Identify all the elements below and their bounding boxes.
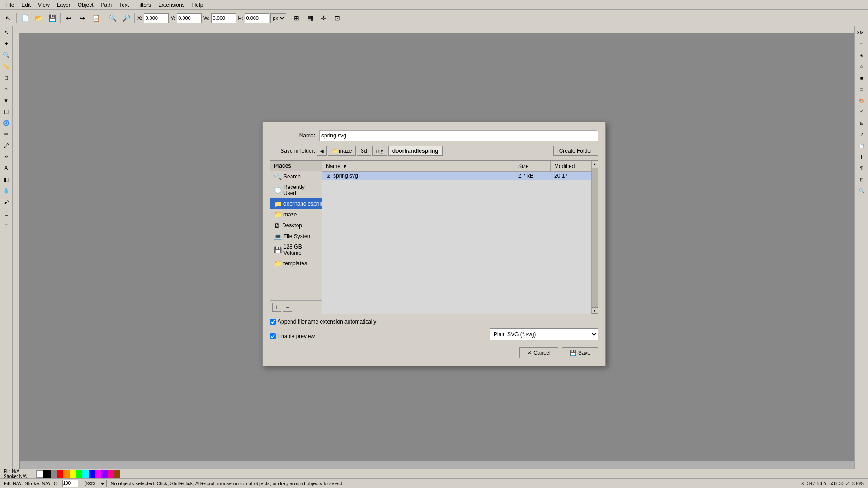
search-icon: 🔍 (274, 173, 282, 180)
breadcrumb-nav: ◀ 📁 maze 3d my doorhandlespring (317, 146, 443, 156)
places-add-button[interactable]: + (272, 303, 281, 312)
places-label-7: templates (283, 260, 307, 267)
breadcrumb-row: Save in folder: ◀ 📁 maze 3d my doorhandl… (270, 146, 598, 156)
places-item-4[interactable]: 🖥 Desktop (270, 220, 322, 231)
dialog-buttons: ✕ Cancel 💾 Save (270, 347, 598, 358)
file-size-0: 2.7 kB (514, 173, 551, 179)
places-label-4: Desktop (282, 222, 302, 229)
file-list-body: 🖹 spring.svg 2.7 kB 20:17 (322, 172, 591, 314)
cancel-button[interactable]: ✕ Cancel (519, 347, 558, 358)
doorhandlespring-folder-icon: 📁 (274, 200, 282, 207)
breadcrumb-item-3[interactable]: doorhandlespring (388, 146, 443, 156)
folder-icon-0: 📁 (332, 148, 339, 154)
scroll-track[interactable] (592, 168, 598, 307)
breadcrumb-label-0: maze (339, 148, 352, 154)
breadcrumb-item-1[interactable]: 3d (357, 146, 371, 156)
file-list-panel: Name ▼ Size Modified 🖹 spring.svg (322, 161, 591, 314)
save-label: Save (578, 350, 590, 356)
places-bottom: + − (270, 300, 322, 314)
places-header: Places (270, 161, 322, 171)
breadcrumb-item-0[interactable]: 📁 maze (328, 146, 356, 156)
enable-preview-text: Enable preview (278, 333, 315, 339)
places-remove-button[interactable]: − (283, 303, 292, 312)
places-item-5[interactable]: 💻 File System (270, 231, 322, 242)
col-name[interactable]: Name ▼ (322, 161, 514, 171)
maze-folder-icon: 📁 (274, 211, 282, 218)
breadcrumb-label-1: 3d (361, 148, 367, 154)
col-size[interactable]: Size (514, 161, 551, 171)
col-modified[interactable]: Modified (551, 161, 591, 171)
places-item-0[interactable]: 🔍 Search (270, 171, 322, 182)
save-button[interactable]: 💾 Save (562, 347, 598, 358)
file-scrollbar: ▲ ▼ (591, 161, 598, 314)
places-item-6[interactable]: 💾 128 GB Volume (270, 242, 322, 258)
recently-used-icon: 🕐 (274, 187, 282, 194)
file-icon-0: 🖹 (326, 173, 331, 179)
filesystem-icon: 💻 (274, 233, 282, 240)
places-label-0: Search (283, 174, 301, 180)
append-ext-checkbox[interactable] (270, 319, 276, 325)
breadcrumb-label-2: my (376, 148, 383, 154)
file-label-0: spring.svg (333, 173, 358, 179)
places-item-2[interactable]: 📁 doorhandlespring (270, 198, 322, 209)
breadcrumb-label-3: doorhandlespring (392, 148, 439, 154)
breadcrumb-item-2[interactable]: my (372, 146, 387, 156)
append-ext-text: Append filename extension automatically (278, 319, 376, 325)
col-modified-label: Modified (554, 163, 575, 169)
name-label: Name: (270, 132, 315, 139)
scroll-up[interactable]: ▲ (592, 161, 598, 167)
col-name-sort-icon: ▼ (342, 163, 348, 169)
col-size-label: Size (518, 163, 528, 169)
places-label-5: File System (283, 233, 312, 239)
save-icon: 💾 (570, 350, 576, 356)
preview-row: Enable preview Plain SVG (*.svg) Inkscap… (270, 328, 598, 344)
places-item-1[interactable]: 🕐 Recently Used (270, 182, 322, 198)
name-row: Name: (270, 130, 598, 141)
file-modified-0: 20:17 (551, 173, 591, 179)
cancel-label: Cancel (533, 350, 550, 356)
file-row-0[interactable]: 🖹 spring.svg 2.7 kB 20:17 (322, 172, 591, 180)
col-name-label: Name (326, 163, 340, 169)
places-panel: Places 🔍 Search 🕐 Recently Used 📁 doorha… (270, 161, 322, 314)
places-label-3: maze (283, 211, 297, 218)
enable-preview-checkbox[interactable] (270, 333, 276, 339)
volume-icon: 💾 (274, 246, 282, 253)
file-browser: Places 🔍 Search 🕐 Recently Used 📁 doorha… (270, 160, 598, 314)
file-list-header: Name ▼ Size Modified (322, 161, 591, 172)
options-row: Append filename extension automatically (270, 319, 598, 325)
desktop-icon: 🖥 (274, 222, 280, 229)
places-label-1: Recently Used (283, 184, 318, 197)
places-item-7[interactable]: 📁 templates (270, 258, 322, 269)
save-in-label: Save in folder: (270, 148, 315, 154)
places-label-6: 128 GB Volume (283, 244, 318, 256)
dialog-overlay: Name: Save in folder: ◀ 📁 maze 3d my doo… (0, 0, 868, 488)
save-dialog: Name: Save in folder: ◀ 📁 maze 3d my doo… (262, 122, 606, 366)
breadcrumb-back[interactable]: ◀ (317, 146, 327, 156)
places-label-2: doorhandlespring (283, 201, 322, 207)
filename-input[interactable] (319, 130, 598, 141)
file-name-0: 🖹 spring.svg (322, 173, 514, 179)
append-ext-label[interactable]: Append filename extension automatically (270, 319, 376, 325)
create-folder-button[interactable]: Create Folder (553, 146, 598, 156)
format-select[interactable]: Plain SVG (*.svg) Inkscape SVG (*.svg) P… (490, 328, 598, 340)
format-row: Plain SVG (*.svg) Inkscape SVG (*.svg) P… (322, 328, 598, 340)
enable-preview-label[interactable]: Enable preview (270, 333, 315, 339)
cancel-icon: ✕ (527, 350, 532, 356)
places-item-3[interactable]: 📁 maze (270, 209, 322, 220)
scroll-down[interactable]: ▼ (592, 307, 598, 314)
templates-folder-icon: 📁 (274, 260, 282, 267)
